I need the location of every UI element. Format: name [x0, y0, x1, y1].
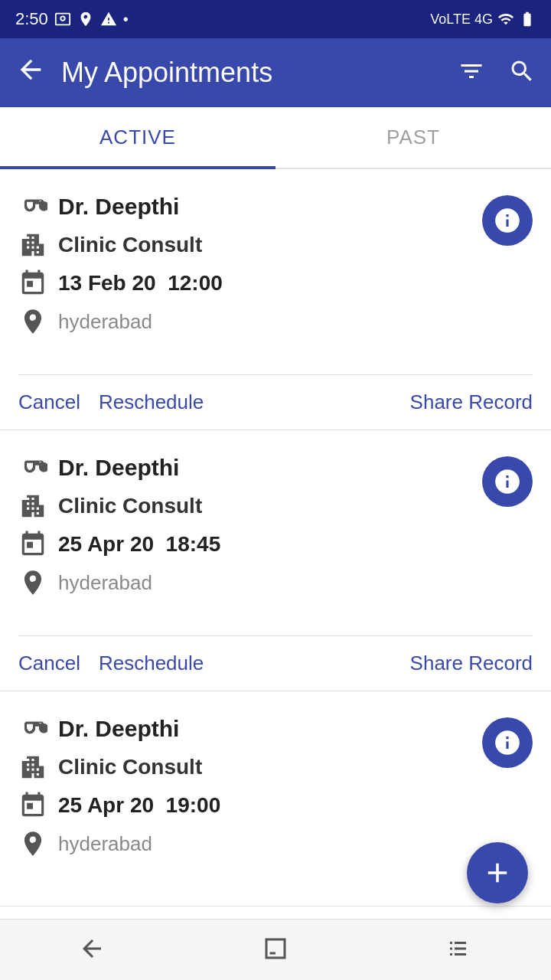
location-icon	[18, 829, 47, 858]
appointment-datetime: 25 Apr 20 18:45	[58, 532, 220, 557]
cancel-button[interactable]: Cancel	[18, 652, 80, 675]
status-bar: 2:50 • VoLTE 4G	[0, 0, 551, 38]
page-title: My Appointments	[61, 57, 458, 89]
calendar-icon	[18, 791, 47, 820]
back-button[interactable]	[15, 54, 46, 92]
appointment-info: Dr. Deepthi Clinic Consult 25 Apr 20 19:…	[18, 714, 482, 867]
doctor-name: Dr. Deepthi	[58, 455, 179, 481]
clinic-icon	[18, 753, 47, 782]
search-button[interactable]	[508, 57, 536, 88]
bottom-nav	[0, 919, 551, 980]
reschedule-button[interactable]: Reschedule	[99, 652, 204, 675]
warning-icon	[100, 11, 117, 28]
doctor-name: Dr. Deepthi	[58, 716, 179, 742]
app-bar: My Appointments	[0, 38, 551, 107]
stethoscope-icon	[18, 192, 47, 221]
tab-active[interactable]: ACTIVE	[0, 107, 276, 168]
appointment-location: hyderabad	[58, 832, 152, 856]
consult-type: Clinic Consult	[58, 494, 202, 518]
location-status-icon	[77, 11, 94, 28]
nav-recents-button[interactable]	[445, 935, 473, 965]
tab-past[interactable]: PAST	[276, 107, 551, 168]
consult-type: Clinic Consult	[58, 755, 202, 779]
signal-icon	[497, 11, 514, 28]
status-time: 2:50	[15, 9, 48, 29]
appointment-card: Dr. Deepthi Clinic Consult 13 Feb 20 1	[0, 169, 551, 430]
tabs-container: ACTIVE PAST	[0, 107, 551, 169]
info-button[interactable]	[482, 195, 533, 246]
appointments-list: Dr. Deepthi Clinic Consult 13 Feb 20 1	[0, 169, 551, 919]
share-record-button[interactable]: Share Record	[410, 390, 533, 414]
info-button[interactable]	[482, 717, 533, 768]
info-button[interactable]	[482, 456, 533, 507]
nav-home-button[interactable]	[262, 935, 289, 965]
calendar-icon	[18, 530, 47, 559]
appointment-info: Dr. Deepthi Clinic Consult 13 Feb 20 1	[18, 192, 482, 345]
consult-type: Clinic Consult	[58, 233, 202, 257]
cancel-button[interactable]: Cancel	[18, 390, 80, 414]
appointment-datetime: 25 Apr 20 19:00	[58, 793, 220, 818]
calendar-icon	[18, 269, 47, 298]
appointment-card: Dr. Deepthi Clinic Consult 25 Apr 20 18:…	[0, 430, 551, 691]
add-appointment-fab[interactable]	[467, 842, 528, 903]
photo-icon	[54, 11, 71, 28]
location-icon	[18, 307, 47, 336]
stethoscope-icon	[18, 714, 47, 743]
network-label: VoLTE 4G	[430, 11, 493, 28]
filter-button[interactable]	[458, 57, 485, 88]
clinic-icon	[18, 230, 47, 260]
clinic-icon	[18, 492, 47, 521]
doctor-name: Dr. Deepthi	[58, 194, 179, 220]
reschedule-button[interactable]: Reschedule	[99, 390, 204, 414]
appointment-location: hyderabad	[58, 571, 152, 595]
appointment-location: hyderabad	[58, 310, 152, 334]
battery-icon	[519, 11, 536, 28]
appointment-info: Dr. Deepthi Clinic Consult 25 Apr 20 18:…	[18, 453, 482, 606]
appointment-datetime: 13 Feb 20 12:00	[58, 271, 223, 296]
nav-back-button[interactable]	[78, 935, 106, 965]
location-icon	[18, 568, 47, 597]
stethoscope-icon	[18, 453, 47, 482]
share-record-button[interactable]: Share Record	[410, 652, 533, 675]
